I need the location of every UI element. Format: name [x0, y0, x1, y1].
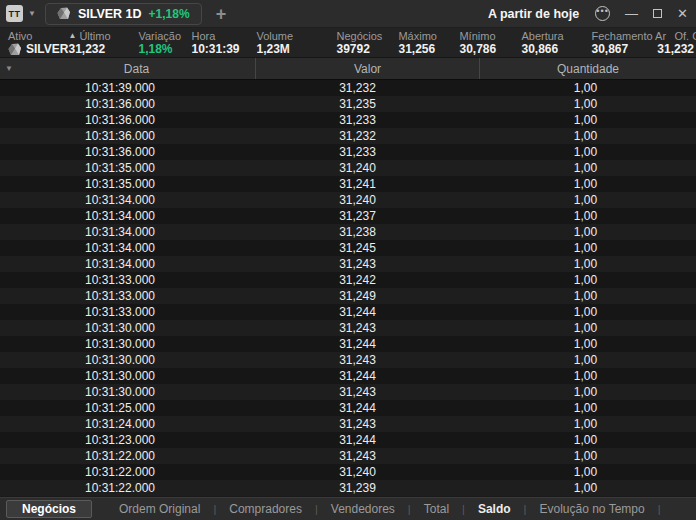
silver-nugget-icon: [57, 7, 71, 20]
trade-row[interactable]: 10:31:30.000 31,243 1,00: [0, 320, 696, 336]
trade-row[interactable]: 10:31:36.000 31,233 1,00: [0, 144, 696, 160]
trade-row[interactable]: 10:31:36.000 31,232 1,00: [0, 128, 696, 144]
trade-quantity: 1,00: [475, 433, 696, 447]
trade-price: 31,233: [240, 113, 475, 127]
trade-price: 31,242: [240, 273, 475, 287]
trade-time: 10:31:30.000: [0, 353, 240, 367]
trade-quantity: 1,00: [475, 289, 696, 303]
trade-row[interactable]: 10:31:33.000 31,249 1,00: [0, 288, 696, 304]
summary-column: Abertura 30,866: [521, 28, 591, 57]
column-header-valor[interactable]: Valor: [255, 58, 480, 79]
bottom-tab-ordem-original[interactable]: Ordem Original: [106, 502, 213, 516]
trade-row[interactable]: 10:31:35.000 31,240 1,00: [0, 160, 696, 176]
bottom-tab-saldo[interactable]: Saldo: [465, 502, 524, 516]
options-menu-icon[interactable]: •••: [595, 6, 610, 21]
column-header-quantidade[interactable]: Quantidade: [480, 58, 696, 79]
trade-time: 10:31:22.000: [0, 449, 240, 463]
trade-quantity: 1,00: [475, 353, 696, 367]
trade-row[interactable]: 10:31:34.000 31,237 1,00: [0, 208, 696, 224]
summary-value: 31,256: [398, 43, 459, 56]
trade-quantity: 1,00: [475, 241, 696, 255]
instrument-tab[interactable]: SILVER 1D +1,18%: [45, 3, 202, 25]
close-icon[interactable]: ✕: [677, 6, 688, 21]
trade-row[interactable]: 10:31:39.000 31,232 1,00: [0, 80, 696, 96]
bottom-tab-total[interactable]: Total: [411, 502, 462, 516]
trade-row[interactable]: 10:31:22.000 31,243 1,00: [0, 448, 696, 464]
trade-time: 10:31:22.000: [0, 465, 240, 479]
trade-quantity: 1,00: [475, 257, 696, 271]
bottom-tab-negocios[interactable]: Negócios: [6, 500, 92, 518]
trade-price: 31,244: [240, 337, 475, 351]
trade-price: 31,243: [240, 353, 475, 367]
trade-row[interactable]: 10:31:25.000 31,244 1,00: [0, 400, 696, 416]
bottom-tab-vendedores[interactable]: Vendedores: [318, 502, 408, 516]
trade-time: 10:31:30.000: [0, 337, 240, 351]
trade-price: 31,244: [240, 433, 475, 447]
trade-row[interactable]: 10:31:30.000 31,244 1,00: [0, 336, 696, 352]
trade-row[interactable]: 10:31:23.000 31,244 1,00: [0, 432, 696, 448]
trade-time: 10:31:30.000: [0, 369, 240, 383]
trade-row[interactable]: 10:31:36.000 31,235 1,00: [0, 96, 696, 112]
tab-separator: |: [658, 503, 661, 515]
trade-row[interactable]: 10:31:33.000 31,242 1,00: [0, 272, 696, 288]
trade-time: 10:31:35.000: [0, 161, 240, 175]
trade-price: 31,239: [240, 481, 475, 495]
trade-row[interactable]: 10:31:34.000 31,240 1,00: [0, 192, 696, 208]
trade-row[interactable]: 10:31:34.000 31,243 1,00: [0, 256, 696, 272]
summary-value: 31,232: [68, 43, 138, 56]
add-tab-button[interactable]: +: [216, 5, 227, 23]
summary-column: Variação 1,18%: [138, 28, 191, 57]
trade-row[interactable]: 10:31:33.000 31,244 1,00: [0, 304, 696, 320]
trade-time: 10:31:36.000: [0, 129, 240, 143]
trade-row[interactable]: 10:31:34.000 31,245 1,00: [0, 240, 696, 256]
trade-quantity: 1,00: [475, 145, 696, 159]
trade-row[interactable]: 10:31:34.000 31,238 1,00: [0, 224, 696, 240]
trade-quantity: 1,00: [475, 177, 696, 191]
trade-price: 31,243: [240, 417, 475, 431]
summary-label: Of. Co: [674, 30, 696, 42]
filter-icon[interactable]: ▼: [0, 64, 18, 73]
trade-row[interactable]: 10:31:22.000 31,239 1,00: [0, 480, 696, 496]
trade-time: 10:31:25.000: [0, 401, 240, 415]
minimize-icon[interactable]: —: [625, 6, 638, 21]
trade-quantity: 1,00: [475, 305, 696, 319]
trade-price: 31,244: [240, 401, 475, 415]
trade-quantity: 1,00: [475, 129, 696, 143]
trade-time: 10:31:34.000: [0, 257, 240, 271]
trade-row[interactable]: 10:31:22.000 31,240 1,00: [0, 464, 696, 480]
trade-quantity: 1,00: [475, 273, 696, 287]
trade-row[interactable]: 10:31:30.000 31,244 1,00: [0, 368, 696, 384]
app-logo-tt-button[interactable]: TT: [6, 5, 23, 22]
trade-quantity: 1,00: [475, 481, 696, 495]
summary-label: Volume: [256, 30, 336, 42]
summary-value: 31,232: [674, 43, 696, 56]
silver-nugget-icon: [8, 43, 22, 56]
trade-time: 10:31:36.000: [0, 145, 240, 159]
trade-row[interactable]: 10:31:24.000 31,243 1,00: [0, 416, 696, 432]
trade-time: 10:31:24.000: [0, 417, 240, 431]
summary-value: SILVER: [8, 43, 68, 56]
summary-label: Negócios: [336, 30, 398, 42]
summary-value: 39792: [336, 43, 398, 56]
trade-row[interactable]: 10:31:35.000 31,241 1,00: [0, 176, 696, 192]
bottom-tab-evolucao-no-tempo[interactable]: Evolução no Tempo: [526, 502, 657, 516]
period-label[interactable]: A partir de hoje: [488, 7, 579, 21]
chevron-down-icon[interactable]: ▼: [28, 9, 36, 18]
trade-row[interactable]: 10:31:36.000 31,233 1,00: [0, 112, 696, 128]
trade-quantity: 1,00: [475, 209, 696, 223]
trade-time: 10:31:36.000: [0, 113, 240, 127]
trade-price: 31,243: [240, 257, 475, 271]
trades-list: 10:31:39.000 31,232 1,00 10:31:36.000 31…: [0, 80, 696, 497]
trade-price: 31,244: [240, 369, 475, 383]
maximize-icon[interactable]: [653, 9, 662, 18]
trade-row[interactable]: 10:31:30.000 31,243 1,00: [0, 384, 696, 400]
trade-row[interactable]: 10:31:30.000 31,243 1,00: [0, 352, 696, 368]
trade-quantity: 1,00: [475, 193, 696, 207]
trade-quantity: 1,00: [475, 401, 696, 415]
column-header-data[interactable]: Data: [18, 58, 255, 79]
summary-column: Of. Co 31,232: [674, 28, 696, 57]
trade-time: 10:31:35.000: [0, 177, 240, 191]
summary-label: Máximo: [398, 30, 459, 42]
title-bar: TT ▼ SILVER 1D +1,18% + A partir de hoje…: [0, 0, 696, 28]
bottom-tab-compradores[interactable]: Compradores: [216, 502, 315, 516]
